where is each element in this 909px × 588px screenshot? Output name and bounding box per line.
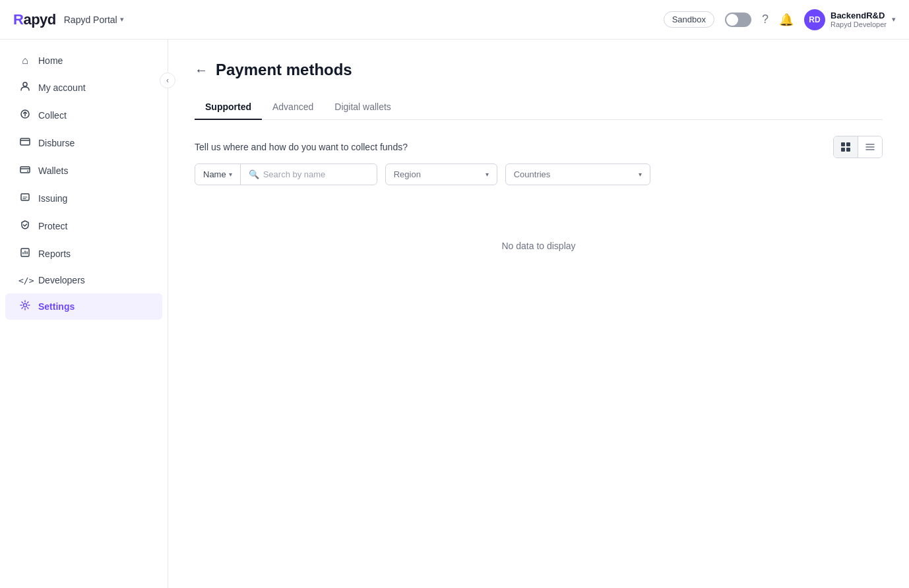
filter-bar: Name ▾ 🔍 Region ▾ Countries ▾ bbox=[195, 163, 883, 185]
sidebar-label-collect: Collect bbox=[38, 110, 67, 121]
home-icon: ⌂ bbox=[18, 55, 32, 67]
sidebar-item-disburse[interactable]: Disburse bbox=[5, 130, 162, 156]
navbar-right: Sandbox ? 🔔 RD BackendR&D Rapyd Develope… bbox=[664, 9, 896, 30]
countries-filter[interactable]: Countries ▾ bbox=[505, 163, 650, 185]
my-account-icon bbox=[18, 81, 32, 94]
collection-description: Tell us where and how do you want to col… bbox=[195, 142, 408, 152]
sidebar-label-settings: Settings bbox=[38, 301, 75, 312]
user-info: BackendR&D Rapyd Developer bbox=[831, 11, 887, 28]
sidebar-label-reports: Reports bbox=[38, 249, 71, 259]
region-chevron-icon: ▾ bbox=[486, 171, 489, 178]
tab-supported[interactable]: Supported bbox=[195, 95, 262, 120]
region-filter[interactable]: Region ▾ bbox=[385, 163, 497, 185]
navbar-left: Rapyd Rapyd Portal ▾ bbox=[13, 11, 124, 28]
user-role: Rapyd Developer bbox=[831, 20, 887, 28]
navbar: Rapyd Rapyd Portal ▾ Sandbox ? 🔔 RD Back… bbox=[0, 0, 909, 40]
sidebar-item-home[interactable]: ⌂ Home bbox=[5, 48, 162, 73]
countries-label: Countries bbox=[514, 169, 551, 179]
sidebar-item-settings[interactable]: Settings bbox=[5, 293, 162, 320]
svg-rect-9 bbox=[846, 142, 850, 146]
sidebar-label-issuing: Issuing bbox=[38, 193, 67, 204]
search-icon: 🔍 bbox=[249, 169, 259, 179]
wallets-icon bbox=[18, 164, 32, 177]
filter-section: Tell us where and how do you want to col… bbox=[195, 136, 883, 158]
region-label: Region bbox=[394, 169, 421, 179]
collect-icon bbox=[18, 109, 32, 122]
main-content: ← Payment methods Supported Advanced Dig… bbox=[168, 40, 909, 588]
notification-icon[interactable]: 🔔 bbox=[779, 13, 794, 27]
svg-point-4 bbox=[27, 171, 28, 172]
sidebar-item-developers[interactable]: </> Developers bbox=[5, 268, 162, 292]
svg-rect-2 bbox=[20, 138, 30, 145]
svg-rect-3 bbox=[20, 167, 30, 173]
svg-point-7 bbox=[24, 304, 27, 307]
sidebar-item-issuing[interactable]: Issuing bbox=[5, 185, 162, 212]
svg-rect-11 bbox=[846, 148, 850, 152]
user-name: BackendR&D bbox=[831, 11, 887, 20]
portal-chevron-icon: ▾ bbox=[120, 15, 124, 24]
reports-icon bbox=[18, 247, 32, 260]
sidebar-item-label: Home bbox=[38, 55, 63, 66]
sidebar-label-developers: Developers bbox=[38, 275, 85, 285]
portal-selector[interactable]: Rapyd Portal ▾ bbox=[64, 15, 124, 25]
name-filter-label[interactable]: Name ▾ bbox=[195, 164, 241, 185]
disburse-icon bbox=[18, 136, 32, 150]
tabs: Supported Advanced Digital wallets bbox=[195, 95, 883, 120]
countries-chevron-icon: ▾ bbox=[639, 171, 642, 178]
sidebar-item-wallets[interactable]: Wallets bbox=[5, 158, 162, 184]
sandbox-badge: Sandbox bbox=[664, 11, 714, 28]
sidebar-item-collect[interactable]: Collect bbox=[5, 102, 162, 129]
svg-rect-8 bbox=[841, 142, 845, 146]
view-toggles bbox=[833, 136, 883, 158]
sidebar-label-wallets: Wallets bbox=[38, 165, 68, 176]
name-chevron-icon: ▾ bbox=[229, 171, 232, 178]
name-label: Name bbox=[203, 169, 226, 179]
help-icon[interactable]: ? bbox=[762, 13, 768, 26]
sidebar: ‹ ⌂ Home My account Collect bbox=[0, 40, 168, 588]
search-wrap: 🔍 bbox=[241, 164, 377, 185]
grid-view-button[interactable] bbox=[834, 136, 858, 158]
settings-icon bbox=[18, 300, 32, 313]
portal-label: Rapyd Portal bbox=[64, 15, 117, 25]
search-input[interactable] bbox=[263, 169, 369, 179]
sidebar-label-protect: Protect bbox=[38, 221, 67, 231]
sandbox-toggle[interactable] bbox=[725, 13, 751, 27]
page-title: Payment methods bbox=[216, 61, 352, 79]
sidebar-label-disburse: Disburse bbox=[38, 138, 75, 148]
back-button[interactable]: ← bbox=[195, 63, 208, 78]
sidebar-item-reports[interactable]: Reports bbox=[5, 241, 162, 267]
tab-digital-wallets[interactable]: Digital wallets bbox=[324, 95, 402, 120]
issuing-icon bbox=[18, 192, 32, 205]
developers-icon: </> bbox=[18, 276, 32, 285]
sidebar-label-my-account: My account bbox=[38, 82, 86, 93]
logo: Rapyd bbox=[13, 11, 56, 28]
name-filter: Name ▾ 🔍 bbox=[195, 163, 377, 185]
list-view-button[interactable] bbox=[858, 136, 882, 158]
user-chevron-icon: ▾ bbox=[892, 15, 896, 24]
sidebar-item-my-account[interactable]: My account bbox=[5, 74, 162, 101]
sidebar-item-protect[interactable]: Protect bbox=[5, 213, 162, 239]
avatar: RD bbox=[804, 9, 825, 30]
tab-advanced[interactable]: Advanced bbox=[262, 95, 324, 120]
svg-point-0 bbox=[23, 82, 27, 86]
user-section[interactable]: RD BackendR&D Rapyd Developer ▾ bbox=[804, 9, 896, 30]
sidebar-collapse-button[interactable]: ‹ bbox=[160, 73, 175, 88]
page-header: ← Payment methods bbox=[195, 61, 883, 79]
no-data-message: No data to display bbox=[195, 201, 883, 291]
svg-rect-10 bbox=[841, 148, 845, 152]
list-icon bbox=[865, 142, 875, 152]
main-layout: ‹ ⌂ Home My account Collect bbox=[0, 40, 909, 588]
protect-icon bbox=[18, 220, 32, 233]
grid-icon bbox=[840, 142, 851, 152]
